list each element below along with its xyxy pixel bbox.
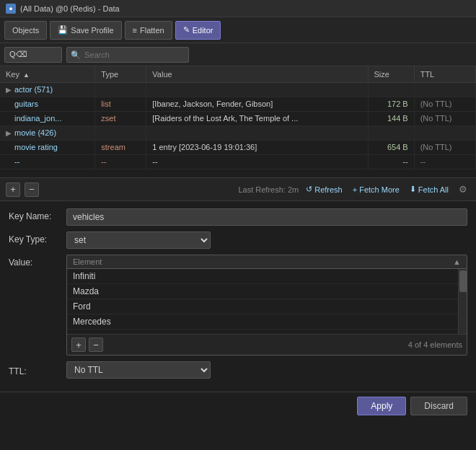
save-icon: 💾	[58, 25, 68, 35]
value-column-header: Element	[73, 257, 102, 266]
table-header-row: Key ▲ Type Value Size TTL	[0, 66, 476, 82]
fetch-all-icon: ⬇	[410, 185, 416, 194]
fetch-more-button[interactable]: + Fetch More	[350, 184, 402, 195]
filter-input[interactable]	[4, 47, 62, 63]
key-name-label: Key Name:	[9, 208, 61, 221]
title-text: (All Data) @0 (Redis) - Data	[20, 4, 120, 13]
objects-button[interactable]: Objects	[4, 21, 47, 40]
value-list-wrapper: InfinitiMazdaFordMercedes	[67, 269, 467, 334]
app-icon: ●	[6, 4, 16, 14]
table-row[interactable]: indiana_jon...zset[Raiders of the Lost A…	[0, 111, 476, 125]
col-header-value[interactable]: Value	[146, 66, 368, 82]
list-item[interactable]: Ford	[67, 299, 458, 314]
settings-button[interactable]: ⚙	[456, 182, 470, 197]
refresh-button[interactable]: ↺ Refresh	[303, 183, 345, 195]
bottom-buttons: Apply Discard	[0, 392, 476, 420]
key-name-row: Key Name:	[9, 208, 467, 226]
data-table: Key ▲ Type Value Size TTL ▶actor (571)gu…	[0, 66, 476, 169]
col-header-key[interactable]: Key ▲	[0, 66, 95, 82]
save-profile-button[interactable]: 💾 Save Profile	[50, 21, 121, 40]
value-row: Value: Element ▲ InfinitiMazdaFordMerced…	[9, 255, 467, 356]
table-row[interactable]: ▶movie (426)	[0, 125, 476, 140]
search-icon: 🔍	[71, 50, 81, 59]
title-bar: ● (All Data) @0 (Redis) - Data	[0, 0, 476, 17]
value-header: Element ▲	[67, 255, 467, 269]
toolbar: Objects 💾 Save Profile ≡ Flatten ✎ Edito…	[0, 17, 476, 43]
apply-button[interactable]: Apply	[357, 397, 406, 415]
key-type-select[interactable]: set string list zset hash stream	[66, 231, 211, 249]
ttl-select[interactable]: No TTL Custom	[66, 361, 211, 379]
value-label: Value:	[9, 255, 61, 356]
key-type-label: Key Type:	[9, 231, 61, 244]
key-name-input[interactable]	[66, 208, 467, 226]
editor-icon: ✎	[183, 25, 190, 35]
remove-item-button[interactable]: −	[25, 182, 39, 197]
refresh-icon: ↺	[306, 185, 312, 194]
last-refresh-text: Last Refresh: 2m	[238, 185, 299, 194]
actions-right: Last Refresh: 2m ↺ Refresh + Fetch More …	[238, 182, 470, 197]
elements-count: 4 of 4 elements	[408, 340, 462, 349]
search-input[interactable]	[66, 47, 189, 63]
value-scrollbar[interactable]	[458, 269, 467, 334]
expand-icon: ▶	[6, 129, 12, 137]
remove-value-button[interactable]: −	[89, 338, 103, 352]
form-area: Key Name: Key Type: set string list zset…	[0, 201, 476, 392]
list-item[interactable]: Infiniti	[67, 269, 458, 284]
ttl-label: TTL:	[9, 363, 61, 376]
ttl-row: TTL: No TTL Custom	[9, 361, 467, 379]
fetch-more-icon: +	[353, 185, 357, 194]
col-header-type[interactable]: Type	[95, 66, 146, 82]
actions-bar: + − Last Refresh: 2m ↺ Refresh + Fetch M…	[0, 178, 476, 201]
list-item[interactable]: Mazda	[67, 284, 458, 299]
table-row[interactable]: movie ratingstream1 entry [2023-06-19 19…	[0, 140, 476, 154]
value-controls: + − 4 of 4 elements	[67, 334, 467, 355]
col-header-size[interactable]: Size	[368, 66, 414, 82]
table-row[interactable]: guitarslist[Ibanez, Jackson, Fender, Gib…	[0, 97, 476, 111]
table-row[interactable]: ----------	[0, 154, 476, 169]
value-controls-left: + −	[71, 338, 103, 352]
list-item[interactable]: Mercedes	[67, 314, 458, 330]
data-table-container: Key ▲ Type Value Size TTL ▶actor (571)gu…	[0, 66, 476, 178]
table-row[interactable]: ▶actor (571)	[0, 82, 476, 97]
actions-left: + −	[6, 182, 39, 197]
collapse-icon: ▲	[453, 257, 461, 266]
expand-icon: ▶	[6, 86, 12, 94]
search-wrapper: 🔍	[66, 47, 472, 63]
flatten-button[interactable]: ≡ Flatten	[125, 21, 172, 40]
editor-button[interactable]: ✎ Editor	[175, 21, 221, 40]
key-type-row: Key Type: set string list zset hash stre…	[9, 231, 467, 249]
add-item-button[interactable]: +	[6, 182, 20, 197]
fetch-all-button[interactable]: ⬇ Fetch All	[407, 183, 451, 195]
value-list: InfinitiMazdaFordMercedes	[67, 269, 458, 334]
filter-row: 🔍	[0, 43, 476, 66]
col-header-ttl[interactable]: TTL	[414, 66, 475, 82]
value-container: Element ▲ InfinitiMazdaFordMercedes + − …	[66, 255, 467, 356]
discard-button[interactable]: Discard	[410, 397, 467, 415]
add-value-button[interactable]: +	[71, 338, 86, 352]
flatten-icon: ≡	[133, 26, 137, 35]
